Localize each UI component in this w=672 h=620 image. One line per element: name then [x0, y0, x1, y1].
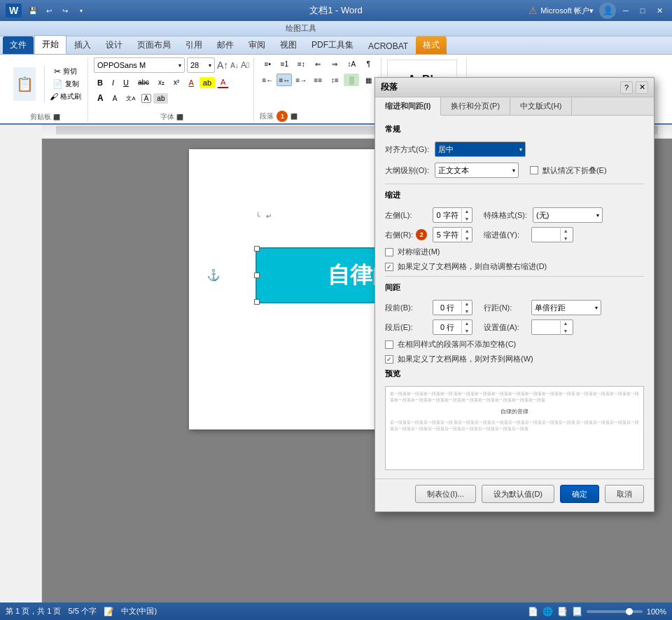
line-spacing-label: 行距(N): — [484, 303, 526, 313]
no-extra-space-checkbox[interactable] — [385, 340, 393, 349]
cancel-button[interactable]: 取消 — [605, 485, 644, 503]
after-value: 0 行 — [433, 322, 461, 333]
left-arrows: ▲ ▼ — [461, 207, 472, 223]
tab-stops-button[interactable]: 制表位(I)... — [415, 485, 476, 503]
after-up[interactable]: ▲ — [462, 319, 472, 327]
special-arrow: ▾ — [596, 212, 599, 219]
spacing-right-col: 行距(N): 单倍行距 ▾ 设置值(A): ▲ ▼ — [484, 300, 601, 335]
left-input[interactable]: 0 字符 ▲ ▼ — [433, 207, 472, 223]
left-down[interactable]: ▼ — [462, 215, 472, 223]
dialog-overlay: 段落 ? ✕ 缩进和间距(I) 换行和分页(P) 中文版式(H) 常规 对齐方式… — [0, 0, 672, 620]
preview-content: 前一段落前一段落前一段落前一段落前一段落前一段落前一段落前一段落前一段落前一段落… — [386, 387, 643, 436]
divider-2 — [385, 276, 644, 277]
line-spacing-value: 单倍行距 — [535, 303, 566, 313]
dialog-controls: ? ✕ — [620, 81, 648, 94]
snap-grid-checkbox[interactable] — [385, 355, 393, 364]
no-extra-space-row: 在相同样式的段落间不添加空格(C) — [385, 339, 644, 350]
left-value: 0 字符 — [433, 210, 461, 221]
default-collapse-checkbox[interactable] — [530, 166, 538, 174]
right-input[interactable]: 5 字符 ▲ ▼ — [433, 227, 472, 242]
right-up[interactable]: ▲ — [462, 227, 472, 235]
auto-adjust-label: 如果定义了文档网格，则自动调整右缩进(D) — [398, 261, 547, 272]
dialog-tabs: 缩进和间距(I) 换行和分页(P) 中文版式(H) — [375, 97, 654, 116]
spacing-val-up[interactable]: ▲ — [561, 319, 570, 327]
default-collapse-row: 默认情况下折叠(E) — [530, 165, 607, 176]
outline-row: 大纲级别(O): 正文文本 ▾ 默认情况下折叠(E) — [385, 163, 644, 178]
indent-val-up[interactable]: ▲ — [561, 227, 570, 235]
outline-value: 正文文本 — [438, 165, 469, 176]
right-arrows: ▲ ▼ — [461, 227, 472, 242]
before-input[interactable]: 0 行 ▲ ▼ — [433, 300, 472, 315]
no-extra-space-label: 在相同样式的段落间不添加空格(C) — [398, 339, 516, 350]
symmetric-row: 对称缩进(M) — [385, 247, 644, 257]
spacing-value-label: 设置值(A): — [484, 322, 526, 333]
left-label: 左侧(L): — [385, 210, 427, 221]
preview-after-text: 后一段落后一段落后一段落后一段落后一段落后一段落后一段落后一段落后一段落后一段落… — [390, 420, 639, 432]
auto-adjust-row: 如果定义了文档网格，则自动调整右缩进(D) — [385, 261, 644, 272]
after-down[interactable]: ▼ — [462, 327, 472, 335]
default-collapse-label: 默认情况下折叠(E) — [542, 165, 607, 176]
indent-left-col: 左侧(L): 0 字符 ▲ ▼ 右侧(R): 2 — [385, 207, 472, 242]
dialog-title-bar: 段落 ? ✕ — [375, 78, 654, 97]
special-label: 特殊格式(S): — [484, 210, 527, 221]
right-indent-row: 右侧(R): 2 5 字符 ▲ ▼ — [385, 227, 472, 242]
indent-val-down[interactable]: ▼ — [561, 235, 570, 242]
special-format-row: 特殊格式(S): (无) ▾ — [484, 207, 603, 223]
indent-section-title: 缩进 — [385, 190, 644, 202]
after-label: 段后(E): — [385, 322, 427, 333]
align-arrow: ▾ — [519, 146, 522, 153]
right-label: 右侧(R): 2 — [385, 229, 427, 240]
left-indent-row: 左侧(L): 0 字符 ▲ ▼ — [385, 207, 472, 223]
line-spacing-selector[interactable]: 单倍行距 ▾ — [531, 300, 601, 315]
spacing-main-row: 段前(B): 0 行 ▲ ▼ 段后(E): 0 行 — [385, 300, 644, 335]
align-row: 对齐方式(G): 居中 ▾ — [385, 142, 644, 157]
align-selector[interactable]: 居中 ▾ — [435, 142, 526, 157]
before-down[interactable]: ▼ — [462, 308, 472, 315]
dialog-title: 段落 — [381, 81, 398, 93]
indent-main-row: 左侧(L): 0 字符 ▲ ▼ 右侧(R): 2 — [385, 207, 644, 242]
before-arrows: ▲ ▼ — [461, 300, 472, 315]
indent-value-label: 缩进值(Y): — [484, 230, 526, 240]
dialog-close-button[interactable]: ✕ — [636, 81, 648, 94]
dialog-help-button[interactable]: ? — [620, 81, 633, 94]
preview-title: 预览 — [385, 368, 644, 380]
ok-button[interactable]: 确定 — [560, 485, 599, 503]
outline-selector[interactable]: 正文文本 ▾ — [435, 163, 519, 178]
spacing-value-input[interactable]: ▲ ▼ — [531, 319, 573, 335]
before-row: 段前(B): 0 行 ▲ ▼ — [385, 300, 472, 315]
preview-before-text: 前一段落前一段落前一段落前一段落前一段落前一段落前一段落前一段落前一段落前一段落… — [390, 391, 639, 404]
indent-value-input[interactable]: ▲ ▼ — [531, 227, 573, 242]
dialog-tab-line-page[interactable]: 换行和分页(P) — [441, 97, 510, 115]
outline-arrow: ▾ — [512, 167, 515, 174]
right-value: 5 字符 — [433, 230, 461, 240]
indent-right-col: 特殊格式(S): (无) ▾ 缩进值(Y): ▲ ▼ — [484, 207, 603, 242]
align-value: 居中 — [438, 144, 454, 155]
set-default-button[interactable]: 设为默认值(D) — [482, 485, 554, 503]
outline-label: 大纲级别(O): — [385, 165, 429, 176]
special-selector[interactable]: (无) ▾ — [533, 207, 603, 223]
spacing-value-row: 设置值(A): ▲ ▼ — [484, 319, 601, 335]
dialog-tab-chinese[interactable]: 中文版式(H) — [510, 97, 572, 115]
spacing-section-title: 间距 — [385, 282, 644, 294]
left-up[interactable]: ▲ — [462, 207, 472, 215]
preview-main-text: 自律的音律 — [411, 406, 618, 417]
before-value: 0 行 — [433, 303, 461, 313]
special-value: (无) — [536, 210, 549, 221]
align-label: 对齐方式(G): — [385, 144, 429, 155]
indent-value-row: 缩进值(Y): ▲ ▼ — [484, 227, 603, 242]
divider-1 — [385, 184, 644, 184]
snap-grid-label: 如果定义了文档网格，则对齐到网格(W) — [398, 354, 533, 364]
preview-section: 预览 前一段落前一段落前一段落前一段落前一段落前一段落前一段落前一段落前一段落前… — [385, 368, 644, 470]
before-up[interactable]: ▲ — [462, 300, 472, 308]
after-input[interactable]: 0 行 ▲ ▼ — [433, 319, 472, 335]
right-down[interactable]: ▼ — [462, 235, 472, 242]
preview-box: 前一段落前一段落前一段落前一段落前一段落前一段落前一段落前一段落前一段落前一段落… — [385, 386, 644, 470]
line-spacing-arrow: ▾ — [595, 305, 598, 311]
after-row: 段后(E): 0 行 ▲ ▼ — [385, 319, 472, 335]
spacing-val-down[interactable]: ▼ — [561, 327, 570, 335]
after-arrows: ▲ ▼ — [461, 319, 472, 335]
symmetric-checkbox[interactable] — [385, 248, 393, 256]
auto-adjust-checkbox[interactable] — [385, 263, 393, 271]
dialog-tab-indent-spacing[interactable]: 缩进和间距(I) — [375, 97, 441, 116]
indent-value-arrows: ▲ ▼ — [560, 227, 570, 242]
